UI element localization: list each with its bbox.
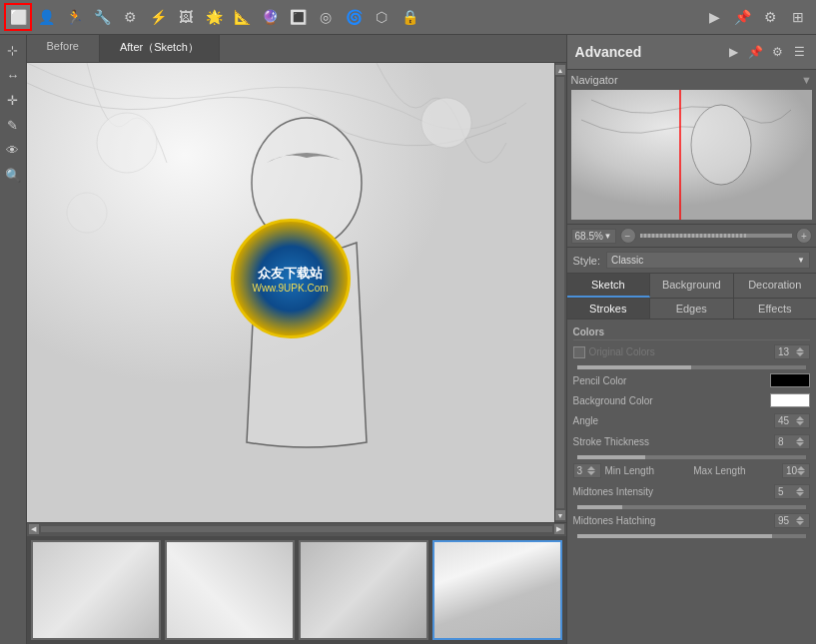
tool-eye[interactable]: 👁 [2,139,24,161]
stroke-thickness-slider[interactable] [577,455,806,459]
navigator-collapse[interactable]: ▼ [801,74,812,86]
thumbnail-2[interactable] [165,540,295,640]
angle-value[interactable]: 45 [774,413,810,428]
toolbar-icon-14[interactable]: ⬡ [368,3,396,31]
bg-color-swatch[interactable] [770,393,810,407]
thumbnail-3[interactable] [299,540,428,640]
tab-before[interactable]: Before [27,35,100,62]
toolbar-icon-play[interactable]: ▶ [700,3,728,31]
zoom-dropdown-arrow[interactable]: ▼ [604,232,612,241]
max-length-value[interactable]: 10 [782,463,810,478]
zoom-slider[interactable] [640,234,792,238]
thumbnail-4[interactable] [432,540,562,640]
rp-settings-btn[interactable]: ⚙ [768,43,786,61]
center-area: Before After（Sketch） [27,35,566,644]
tool-draw[interactable]: ✎ [2,114,24,136]
midtones-hatching-label: Midtones Hatching [573,515,770,526]
min-length-label: Min Length [605,465,690,476]
toolbar-icon-13[interactable]: 🌀 [340,3,368,31]
original-colors-row: Original Colors 13 [573,344,810,359]
angle-spinner[interactable] [796,416,806,425]
svg-point-4 [67,193,107,233]
midtones-intensity-slider[interactable] [577,505,806,509]
stroke-thickness-value[interactable]: 8 [774,434,810,449]
midtones-intensity-spinner[interactable] [796,487,806,496]
rp-menu-btn[interactable]: ☰ [790,43,808,61]
toolbar-icon-7[interactable]: 🖼 [172,3,200,31]
svg-point-1 [252,118,362,248]
scroll-right-arrow[interactable]: ▶ [554,524,564,534]
rp-title: Advanced [575,44,642,60]
zoom-out-btn[interactable]: − [620,228,636,244]
tool-select[interactable]: ⊹ [2,39,24,61]
min-length-value[interactable]: 3 [573,463,601,478]
image-area: 众友下载站 Www.9UPK.Com [27,63,554,522]
tool-move[interactable]: ↔ [2,64,24,86]
min-length-spinner[interactable] [587,466,597,475]
original-colors-checkbox[interactable] [573,346,585,358]
stroke-thickness-row: Stroke Thickness 8 [573,434,810,449]
style-label: Style: [573,255,601,267]
tab-strokes[interactable]: Strokes [567,299,651,319]
toolbar-icon-6[interactable]: ⚡ [144,3,172,31]
midtones-intensity-value[interactable]: 5 [774,484,810,499]
rp-pin-btn[interactable]: 📌 [746,43,764,61]
stroke-thickness-spinner[interactable] [796,437,806,446]
tab-background[interactable]: Background [650,274,734,298]
midtones-hatching-value[interactable]: 95 [774,513,810,528]
scroll-down-arrow[interactable]: ▼ [555,510,565,520]
tool-crop[interactable]: ✛ [2,89,24,111]
midtones-hatching-slider-row [573,534,810,538]
tab-sketch[interactable]: Sketch [567,274,651,298]
toolbar-icon-15[interactable]: 🔒 [396,3,423,31]
midtones-hatching-slider[interactable] [577,534,806,538]
toolbar-icon-9[interactable]: 📐 [228,3,256,31]
top-toolbar: ⬜ 👤 🏃 🔧 ⚙ ⚡ 🖼 🌟 📐 🔮 🔳 ◎ 🌀 ⬡ 🔒 ▶ 📌 ⚙ ⊞ [0,0,816,35]
left-sidebar: ⊹ ↔ ✛ ✎ 👁 🔍 [0,35,27,644]
original-colors-value[interactable]: 13 [774,344,810,359]
vertical-scrollbar[interactable]: ▲ ▼ [554,63,566,522]
toolbar-icon-4[interactable]: 🔧 [88,3,116,31]
pencil-color-swatch[interactable] [770,373,810,387]
toolbar-icon-3[interactable]: 🏃 [60,3,88,31]
zoom-in-btn[interactable]: + [796,228,812,244]
toolbar-icon-11[interactable]: 🔳 [284,3,312,31]
tab-decoration[interactable]: Decoration [734,274,816,298]
scroll-up-arrow[interactable]: ▲ [555,65,565,75]
toolbar-icon-1[interactable]: ⬜ [4,3,32,31]
original-colors-spinner[interactable] [796,347,806,356]
tool-zoom[interactable]: 🔍 [2,164,24,186]
toolbar-icon-8[interactable]: 🌟 [200,3,228,31]
tab-edges[interactable]: Edges [650,299,734,319]
toolbar-icon-grid[interactable]: ⊞ [784,3,812,31]
angle-row: Angle 45 [573,413,810,428]
toolbar-icon-pin[interactable]: 📌 [728,3,756,31]
angle-label: Angle [573,415,770,426]
zoom-value[interactable]: 68.5% ▼ [571,229,616,244]
style-select[interactable]: Classic ▼ [606,252,810,269]
view-tabs: Before After（Sketch） [27,35,566,63]
scroll-track[interactable] [41,526,552,532]
tab-after[interactable]: After（Sketch） [100,35,220,62]
pencil-color-label: Pencil Color [573,375,766,386]
stroke-thickness-label: Stroke Thickness [573,436,770,447]
tab-row2: Strokes Edges Effects [567,299,816,320]
tab-effects[interactable]: Effects [734,299,816,319]
style-dropdown-arrow: ▼ [797,256,805,265]
thumbnail-1[interactable] [31,540,161,640]
toolbar-icon-gear[interactable]: ⚙ [756,3,784,31]
svg-point-6 [691,105,751,185]
svg-point-2 [97,113,157,173]
midtones-hatching-spinner[interactable] [796,516,806,525]
rp-play-btn[interactable]: ▶ [724,43,742,61]
midtones-intensity-label: Midtones Intensity [573,486,770,497]
toolbar-icon-2[interactable]: 👤 [32,3,60,31]
toolbar-icon-5[interactable]: ⚙ [116,3,144,31]
original-colors-slider[interactable] [577,365,806,369]
max-length-spinner[interactable] [797,466,806,475]
toolbar-icon-12[interactable]: ◎ [312,3,340,31]
toolbar-icon-10[interactable]: 🔮 [256,3,284,31]
horizontal-scrollbar[interactable]: ◀ ▶ [27,522,566,534]
scroll-left-arrow[interactable]: ◀ [29,524,39,534]
nav-preview-svg [571,90,812,220]
